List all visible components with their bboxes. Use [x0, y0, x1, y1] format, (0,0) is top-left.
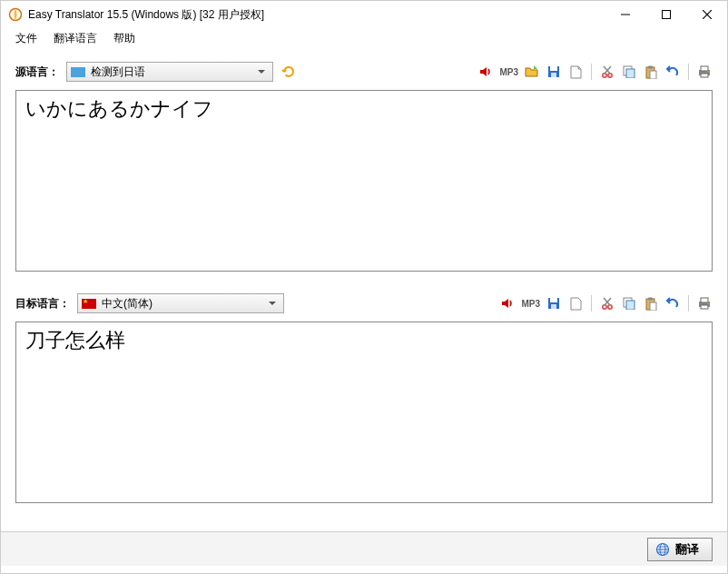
undo-button[interactable] — [664, 295, 681, 312]
svg-line-26 — [605, 298, 611, 305]
source-toolbar: 源语言： 检测到日语 MP3 — [15, 59, 713, 84]
minimize-button[interactable] — [605, 1, 645, 28]
globe-icon — [655, 542, 670, 557]
svg-rect-35 — [701, 305, 708, 309]
svg-rect-6 — [550, 66, 557, 71]
mp3-label[interactable]: MP3 — [521, 299, 540, 309]
svg-rect-13 — [626, 69, 635, 78]
svg-line-10 — [605, 66, 611, 74]
china-flag-icon — [82, 299, 96, 309]
separator — [688, 295, 689, 312]
svg-point-8 — [603, 74, 606, 77]
svg-point-24 — [603, 305, 606, 309]
svg-rect-22 — [550, 298, 557, 302]
separator — [591, 295, 592, 312]
menu-help[interactable]: 帮助 — [106, 29, 143, 48]
svg-point-25 — [608, 305, 612, 309]
source-language-label: 源语言： — [15, 64, 59, 80]
svg-rect-23 — [551, 304, 556, 309]
maximize-button[interactable] — [645, 1, 686, 28]
svg-rect-2 — [662, 11, 670, 19]
mp3-label[interactable]: MP3 — [499, 67, 518, 77]
swap-languages-button[interactable] — [280, 64, 297, 80]
source-language-select[interactable]: 检测到日语 — [66, 62, 273, 82]
save-button[interactable] — [546, 295, 562, 312]
speak-button[interactable] — [477, 64, 494, 80]
print-button[interactable] — [696, 295, 713, 312]
chevron-down-icon — [265, 302, 280, 306]
target-icon-strip: MP3 — [499, 295, 713, 312]
menu-translate-language[interactable]: 翻译语言 — [46, 29, 104, 48]
svg-rect-18 — [701, 66, 708, 71]
svg-rect-19 — [701, 74, 708, 77]
undo-button[interactable] — [664, 64, 681, 80]
close-button[interactable] — [686, 1, 727, 28]
titlebar: Easy Translator 15.5 (Windows 版) [32 用户授… — [1, 1, 727, 28]
menu-file[interactable]: 文件 — [8, 29, 44, 48]
target-language-select[interactable]: 中文(简体) — [77, 293, 284, 313]
app-icon — [8, 7, 23, 22]
window-controls — [605, 1, 727, 28]
cut-button[interactable] — [599, 64, 615, 80]
svg-point-20 — [707, 71, 709, 73]
svg-rect-16 — [650, 71, 656, 79]
svg-rect-34 — [701, 298, 708, 302]
new-document-button[interactable] — [567, 64, 584, 80]
translate-button-label: 翻译 — [675, 541, 699, 558]
translate-button[interactable]: 翻译 — [647, 538, 713, 561]
svg-rect-7 — [551, 73, 556, 77]
svg-point-9 — [608, 74, 612, 77]
content-area: 源语言： 检测到日语 MP3 — [1, 48, 727, 531]
paste-button[interactable] — [643, 64, 659, 80]
paste-button[interactable] — [643, 295, 659, 312]
save-button[interactable] — [546, 64, 562, 80]
copy-button[interactable] — [621, 295, 637, 312]
svg-point-36 — [707, 302, 709, 304]
svg-rect-31 — [648, 297, 653, 300]
separator — [688, 64, 689, 80]
new-document-button[interactable] — [567, 295, 584, 312]
source-text-input[interactable] — [15, 90, 713, 272]
print-button[interactable] — [696, 64, 713, 80]
source-icon-strip: MP3 — [477, 64, 713, 80]
target-toolbar: 目标语言： 中文(简体) MP3 — [15, 291, 713, 316]
target-text-output[interactable] — [15, 322, 713, 503]
detect-flag-icon — [71, 67, 85, 77]
bottom-bar: 翻译 — [1, 531, 727, 566]
copy-button[interactable] — [621, 64, 637, 80]
chevron-down-icon — [254, 70, 269, 74]
svg-line-11 — [604, 66, 610, 74]
speak-button[interactable] — [499, 295, 516, 312]
svg-rect-32 — [650, 302, 656, 311]
svg-rect-29 — [626, 301, 635, 310]
source-language-value: 检测到日语 — [91, 64, 145, 80]
svg-line-27 — [604, 298, 610, 305]
separator — [591, 64, 592, 80]
window-title: Easy Translator 15.5 (Windows 版) [32 用户授… — [28, 7, 605, 23]
svg-rect-15 — [648, 65, 653, 68]
target-language-label: 目标语言： — [15, 296, 70, 312]
target-language-value: 中文(简体) — [102, 296, 152, 312]
open-file-button[interactable] — [524, 64, 540, 80]
menubar: 文件 翻译语言 帮助 — [1, 28, 727, 48]
cut-button[interactable] — [599, 295, 615, 312]
